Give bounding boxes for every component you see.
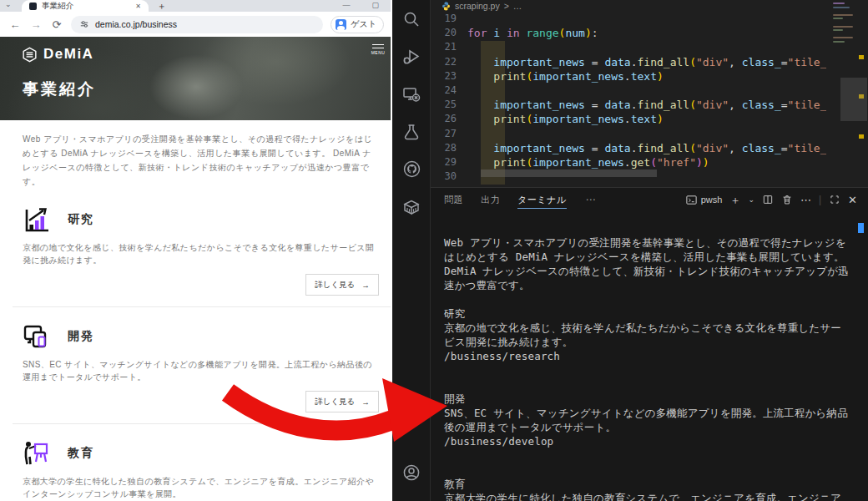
intro-paragraph: Web アプリ・スマホアプリの受注開発を基幹事業とし、その過程で得たナレッジをは… (23, 132, 376, 189)
terminal-output[interactable]: Web アプリ・スマホアプリの受注開発を基幹事業とし、その過程で得たナレッジをは… (431, 211, 868, 501)
site-settings-icon[interactable] (79, 19, 89, 29)
testing-beaker-icon[interactable] (392, 113, 431, 150)
terminal-line (444, 377, 868, 392)
terminal-dropdown-chevron-icon[interactable]: ⌄ (748, 196, 754, 204)
search-icon[interactable] (392, 0, 431, 38)
terminal-line: はじめとする DeMiA ナレッジベースを構築し、活用した事業も展開しています。 (444, 250, 868, 264)
code-line[interactable]: 29 print(important_news.get("href")) (431, 155, 868, 170)
code-line[interactable]: 21 (431, 40, 868, 54)
section-education: 教育 京都大学の学生に特化した独自の教育システムで、エンジニアを育成。エンジニア… (23, 439, 379, 501)
window-maximize-button[interactable]: ▢ (371, 1, 379, 9)
page-title: 事業紹介 (23, 78, 96, 100)
terminal-line: 速かつ豊富です。 (444, 278, 868, 292)
bottom-panel: 問題 出力 ターミナル ⋯ pwsh ＋ ⌄ ⋯ | (431, 187, 868, 501)
panel-tabs-more-icon[interactable]: ⋯ (586, 194, 596, 205)
minimap[interactable] (826, 0, 868, 187)
browser-window: ⌄ 事業紹介 ✕ ＋ — ▢ ← → ⟳ demia.co.jp/busines… (0, 0, 391, 501)
github-icon[interactable] (392, 150, 431, 188)
panel-tab-bar: 問題 出力 ターミナル ⋯ pwsh ＋ ⌄ ⋯ | (431, 188, 868, 211)
code-editor[interactable]: scraping.py > … 19 20for i in range(num)… (431, 0, 868, 187)
research-more-button[interactable]: 詳しく見る → (305, 274, 379, 296)
browser-tab[interactable]: 事業紹介 ✕ (22, 0, 149, 12)
section-title: 教育 (68, 446, 94, 461)
maximize-icon (829, 194, 840, 205)
terminal-line: 後の運用までトータルでサポート。 (444, 420, 868, 434)
terminal-line (444, 292, 868, 306)
new-tab-button[interactable]: ＋ (157, 0, 166, 13)
guest-avatar (336, 19, 346, 30)
maximize-panel-button[interactable] (829, 194, 840, 205)
arrow-right-icon: → (361, 281, 370, 290)
back-button[interactable]: ← (8, 18, 22, 31)
code-area[interactable]: 19 20for i in range(num):21 22 important… (431, 12, 868, 184)
code-line[interactable]: 27 (431, 127, 868, 141)
new-terminal-button[interactable]: ＋ (729, 195, 740, 205)
code-line[interactable]: 23 print(important_news.text) (431, 69, 868, 84)
terminal-line (444, 363, 868, 377)
breadcrumb-more[interactable]: … (513, 1, 522, 11)
actions-divider: | (819, 194, 821, 205)
section-develop: 開発 SNS、EC サイト、マッチングサイトなどの多機能アプリを開発。上流工程か… (23, 322, 379, 424)
run-debug-icon[interactable] (392, 38, 431, 75)
window-minimize-button[interactable]: — (342, 1, 350, 9)
close-panel-button[interactable]: ✕ (848, 195, 857, 205)
account-icon[interactable] (392, 453, 431, 491)
terminal-line: SNS、EC サイト、マッチングサイトなどの多機能アプリを開発。上流工程から納品 (444, 406, 868, 420)
terminal-line: Web アプリ・スマホアプリの受注開発を基幹事業とし、その過程で得たナレッジを (444, 235, 868, 250)
breadcrumb[interactable]: scraping.py > … (431, 0, 868, 12)
split-icon (762, 194, 774, 205)
menu-button[interactable]: MENU (367, 44, 389, 55)
address-bar[interactable]: demia.co.jp/business (71, 16, 323, 33)
demia-logo[interactable]: DeMiA (22, 46, 93, 63)
demia-logo-mark-icon (22, 47, 38, 63)
section-divider (13, 306, 391, 307)
terminal-scroll-marker (858, 223, 864, 233)
terminal-line (444, 463, 868, 477)
code-line[interactable]: 25 important_news = data.find_all("div",… (431, 98, 868, 112)
terminal-line: 開発 (444, 392, 868, 406)
code-line[interactable]: 22 important_news = data.find_all("div",… (431, 55, 868, 69)
shell-label: pwsh (701, 195, 723, 205)
minimap-content (833, 3, 855, 45)
containers-icon[interactable] (392, 188, 431, 225)
forward-button[interactable]: → (29, 18, 43, 31)
breadcrumb-file[interactable]: scraping.py (455, 1, 500, 11)
panel-more-actions-icon[interactable]: ⋯ (800, 195, 811, 205)
kill-terminal-button[interactable] (781, 194, 793, 205)
trash-icon (781, 194, 793, 205)
editor-vertical-scrollbar[interactable] (840, 78, 867, 121)
develop-more-button[interactable]: 詳しく見る → (305, 391, 379, 412)
tab-terminal[interactable]: ターミナル (517, 189, 567, 211)
breadcrumb-separator: > (504, 1, 509, 11)
tab-close-icon[interactable]: ✕ (135, 3, 141, 10)
terminal-line: /business/develop (444, 434, 868, 448)
hamburger-icon (372, 44, 384, 48)
reload-button[interactable]: ⟳ (50, 18, 63, 31)
python-file-icon (442, 2, 451, 11)
site-favicon (29, 3, 37, 10)
warning-mark (859, 134, 864, 139)
guest-profile-button[interactable]: ゲスト (331, 16, 384, 33)
tab-problems[interactable]: 問題 (444, 189, 463, 211)
code-line[interactable]: 19 (431, 12, 868, 26)
warning-mark (859, 55, 864, 59)
panel-actions: pwsh ＋ ⌄ ⋯ | ✕ (685, 194, 857, 206)
tab-search-chevron-icon[interactable]: ⌄ (5, 0, 12, 8)
code-line[interactable]: 26 print(important_news.text) (431, 112, 868, 126)
editor-horizontal-scrollbar[interactable] (481, 170, 657, 177)
launch-profile-button[interactable]: pwsh (685, 194, 723, 206)
section-description: 京都大学の学生に特化した独自の教育システムで、エンジニアを育成。エンジニア紹介や… (23, 475, 376, 500)
arrow-right-icon: → (361, 397, 370, 407)
terminal-line: ビス開発に挑み続けます。 (444, 335, 868, 349)
multi-devices-icon (23, 322, 51, 351)
terminal-line: 京都大学の学生に特化した独自の教育システムで、エンジニアを育成。エンジニア (444, 491, 868, 501)
remote-explorer-icon[interactable] (392, 75, 431, 113)
section-research: 研究 京都の地で文化を感じ、技術を学んだ私たちだからこそできる文化を尊重したサー… (23, 205, 379, 307)
bar-chart-growth-icon (23, 205, 51, 234)
code-line[interactable]: 20for i in range(num): (431, 26, 868, 40)
code-line[interactable]: 28 important_news = data.find_all("div",… (431, 141, 868, 155)
split-terminal-button[interactable] (762, 194, 774, 205)
code-line[interactable]: 24 (431, 84, 868, 98)
tab-output[interactable]: 出力 (481, 189, 500, 211)
terminal-line: 京都の地で文化を感じ、技術を学んだ私たちだからこそできる文化を尊重したサー (444, 321, 868, 335)
